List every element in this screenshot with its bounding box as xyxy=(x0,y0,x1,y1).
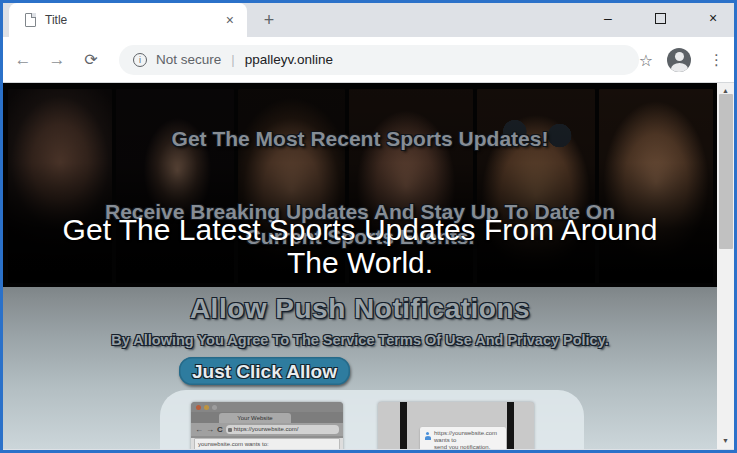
hero-headline-line2: The World. xyxy=(3,246,717,279)
just-click-allow-button[interactable]: Just Click Allow xyxy=(179,357,350,385)
mockup-page-body: yourwebsite.com wants to: xyxy=(191,438,343,449)
scroll-down-arrow-icon[interactable]: ▼ xyxy=(717,433,734,449)
profile-avatar-icon[interactable] xyxy=(667,48,691,72)
browser-mockup-image: Your Website ← → C https://yourwebsite.c… xyxy=(191,402,343,449)
refresh-button[interactable]: ⟳ xyxy=(77,50,105,69)
forward-button[interactable]: → xyxy=(43,50,71,70)
content-area: Get The Most Recent Sports Updates! Rece… xyxy=(3,83,734,449)
mockup-tab-title: Your Website xyxy=(219,413,291,423)
browser-tab[interactable]: Title × xyxy=(9,3,247,37)
mockup-toolbar: ← → C https://yourwebsite.com/ xyxy=(191,423,343,436)
maximize-button[interactable] xyxy=(655,13,666,24)
browser-window: Title × + – × ← → ⟳ i Not secure | ppall… xyxy=(0,0,737,453)
vertical-scrollbar[interactable]: ▲ ▼ xyxy=(717,83,734,449)
window-controls: – × xyxy=(595,3,726,33)
minimize-button[interactable]: – xyxy=(595,10,621,26)
mockup-permission-dialog: yourwebsite.com wants to: xyxy=(194,438,340,449)
url-text: ppalleyv.online xyxy=(245,52,333,67)
mockup-url-field: https://yourwebsite.com/ xyxy=(226,425,339,434)
browser-toolbar: ← → ⟳ i Not secure | ppalleyv.online ☆ ⋮ xyxy=(3,37,734,83)
omnibox-divider: | xyxy=(231,52,234,67)
hero-tagline: Get The Most Recent Sports Updates! xyxy=(3,127,717,151)
hero-headline-line1: Get The Latest Sports Updates From Aroun… xyxy=(3,213,717,246)
toolbar-right: ☆ ⋮ xyxy=(639,37,728,83)
mockup-titlebar xyxy=(191,402,343,412)
mockup-notification-popup: https://yourwebsite.com wants to send yo… xyxy=(420,427,506,449)
allow-heading: Allow Push Notifications xyxy=(3,293,717,325)
tab-close-icon[interactable]: × xyxy=(223,12,237,28)
security-label: Not secure xyxy=(156,52,221,67)
mockup-dark-bar-left xyxy=(400,402,407,449)
traffic-light-red-icon xyxy=(196,405,201,410)
tab-strip: Title × + – × xyxy=(3,3,734,37)
close-window-button[interactable]: × xyxy=(700,10,726,26)
mockup-url-text: https://yourwebsite.com/ xyxy=(234,426,299,432)
allow-terms: By Allowing You Agree To The Service Ter… xyxy=(3,332,717,348)
mockup-notification-line2: send you notification. xyxy=(434,444,503,449)
info-icon[interactable]: i xyxy=(133,53,147,67)
hero-banner: Get The Most Recent Sports Updates! Rece… xyxy=(3,83,717,287)
mockup-notification-line1: https://yourwebsite.com wants to xyxy=(434,430,503,444)
person-icon xyxy=(424,432,431,440)
address-bar[interactable]: i Not secure | ppalleyv.online xyxy=(119,45,639,75)
mockup-dark-bar-right xyxy=(507,402,514,449)
mockup-forward-icon: → xyxy=(206,423,214,436)
bookmark-star-icon[interactable]: ☆ xyxy=(639,51,653,70)
padlock-icon xyxy=(228,428,232,432)
instructions-card: Your Website ← → C https://yourwebsite.c… xyxy=(160,390,584,449)
mockup-back-icon: ← xyxy=(195,423,203,436)
mockup-tab-row: Your Website xyxy=(191,412,343,423)
tab-title: Title xyxy=(45,13,223,27)
traffic-light-gray-icon xyxy=(212,405,217,410)
page-favicon-icon xyxy=(25,13,36,27)
mockup-refresh-icon: C xyxy=(217,423,223,436)
scrollbar-thumb[interactable] xyxy=(719,94,733,249)
back-button[interactable]: ← xyxy=(9,50,37,70)
new-tab-button[interactable]: + xyxy=(257,9,281,33)
menu-kebab-icon[interactable]: ⋮ xyxy=(705,51,728,69)
traffic-light-yellow-icon xyxy=(204,405,209,410)
allow-section: Allow Push Notifications By Allowing You… xyxy=(3,287,717,449)
web-page: Get The Most Recent Sports Updates! Rece… xyxy=(3,83,717,449)
notification-mockup-image: https://yourwebsite.com wants to send yo… xyxy=(378,402,534,449)
hero-headline: Get The Latest Sports Updates From Aroun… xyxy=(3,213,717,279)
